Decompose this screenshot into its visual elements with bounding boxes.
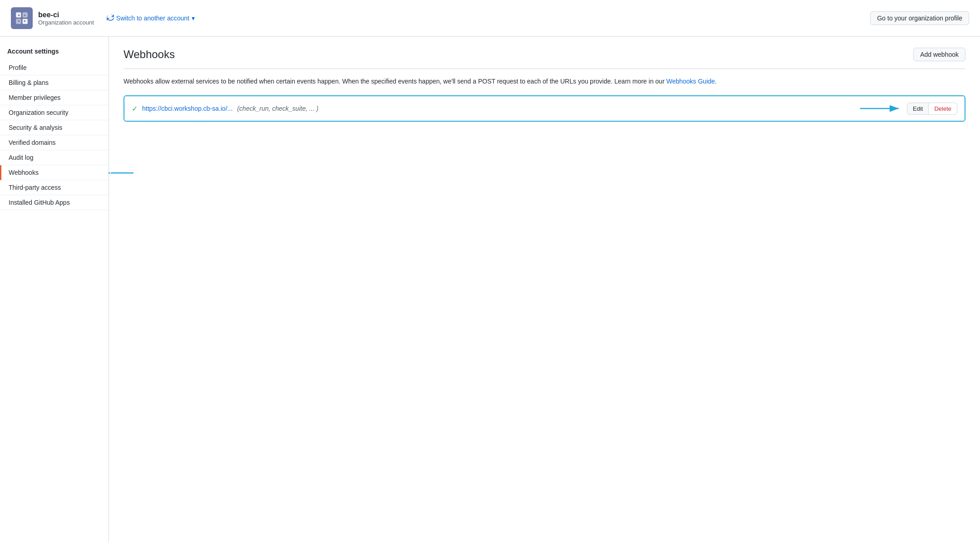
chevron-down-icon: ▾ <box>192 15 195 22</box>
org-name: bee-ci <box>38 11 94 19</box>
sidebar-item-verified-domains[interactable]: Verified domains <box>0 135 109 150</box>
sidebar-item-third-party[interactable]: Third-party access <box>0 180 109 195</box>
sidebar-item-member-privileges[interactable]: Member privileges <box>0 90 109 105</box>
sidebar-item-profile[interactable]: Profile <box>0 60 109 75</box>
header-left: bee-ci Organization account Switch to an… <box>11 7 195 29</box>
switch-account-link[interactable]: Switch to another account ▾ <box>107 15 195 22</box>
page-layout: Account settings Profile Billing & plans… <box>0 37 980 542</box>
webhook-actions: Edit Delete <box>907 103 957 115</box>
webhook-events: (check_run, check_suite, ... ) <box>237 105 318 112</box>
svg-rect-5 <box>24 15 25 16</box>
switch-icon <box>107 15 114 22</box>
webhook-actions-container: Edit Delete <box>858 102 957 115</box>
sidebar-item-audit-log[interactable]: Audit log <box>0 150 109 165</box>
go-to-profile-button[interactable]: Go to your organization profile <box>870 11 969 25</box>
delete-webhook-button[interactable]: Delete <box>929 103 957 115</box>
org-type: Organization account <box>38 19 94 26</box>
page-header: bee-ci Organization account Switch to an… <box>0 0 980 37</box>
webhook-list-container: ✓ https://cbci.workshop.cb-sa.io/... (ch… <box>124 95 965 122</box>
sidebar-item-installed-apps[interactable]: Installed GitHub Apps <box>0 195 109 210</box>
sidebar-item-webhooks[interactable]: Webhooks <box>0 165 109 180</box>
sidebar-item-webhooks-container: Webhooks <box>0 165 109 180</box>
webhook-description: Webhooks allow external services to be n… <box>124 76 965 86</box>
status-check-icon: ✓ <box>132 104 138 113</box>
svg-rect-7 <box>24 20 25 22</box>
webhook-url-link[interactable]: https://cbci.workshop.cb-sa.io/... <box>142 105 233 112</box>
webhooks-guide-link[interactable]: Webhooks Guide <box>666 78 715 85</box>
page-title: Webhooks <box>124 48 175 61</box>
sidebar-item-billing[interactable]: Billing & plans <box>0 75 109 90</box>
sidebar: Account settings Profile Billing & plans… <box>0 37 109 542</box>
sidebar-item-org-security[interactable]: Organization security <box>0 105 109 120</box>
webhook-list: ✓ https://cbci.workshop.cb-sa.io/... (ch… <box>124 95 965 122</box>
switch-account-label: Switch to another account <box>116 15 189 22</box>
sidebar-heading: Account settings <box>0 44 109 60</box>
edit-webhook-button[interactable]: Edit <box>907 103 929 115</box>
add-webhook-button[interactable]: Add webhook <box>913 48 965 61</box>
org-info: bee-ci Organization account <box>38 11 94 26</box>
svg-rect-6 <box>18 20 20 22</box>
edit-arrow-annotation <box>858 102 903 115</box>
svg-rect-4 <box>18 15 20 16</box>
sidebar-item-security-analysis[interactable]: Security & analysis <box>0 120 109 135</box>
org-avatar <box>11 7 33 29</box>
main-content: Webhooks Add webhook Webhooks allow exte… <box>109 37 980 542</box>
main-header: Webhooks Add webhook <box>124 48 965 69</box>
table-row: ✓ https://cbci.workshop.cb-sa.io/... (ch… <box>124 96 965 121</box>
header-right: Go to your organization profile <box>870 11 969 25</box>
